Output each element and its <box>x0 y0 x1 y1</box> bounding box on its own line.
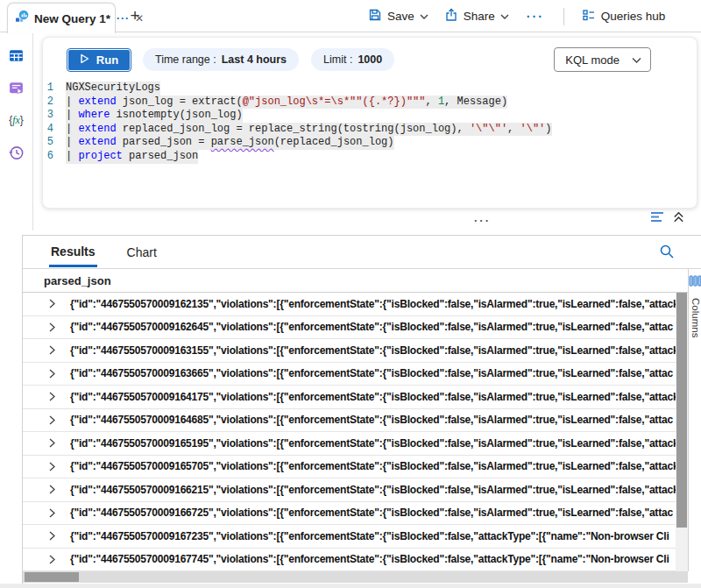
table-row[interactable]: {"id":"4467550570009165195","violations"… <box>23 432 676 456</box>
kql-mode-chevron-down-icon <box>632 53 641 67</box>
columns-panel-label: Columns <box>690 298 701 337</box>
tab-close-icon[interactable]: ✕ <box>135 12 144 25</box>
row-json-value: {"id":"4467550570009164685","violations"… <box>70 414 673 426</box>
tab-more-icon[interactable]: ··· <box>117 12 130 25</box>
code-text: | extend replaced_json_log = replace_str… <box>66 123 552 137</box>
play-icon <box>80 53 89 67</box>
expand-chevron-icon[interactable] <box>47 484 57 495</box>
code-line[interactable]: 1NGXSecurityLogs <box>43 81 690 96</box>
splitter-handle[interactable]: ··· <box>474 217 491 224</box>
expand-chevron-icon[interactable] <box>47 507 57 519</box>
expand-chevron-icon[interactable] <box>47 344 57 356</box>
results-panel: Results Chart parsed_json {"id":"4467550… <box>22 235 701 588</box>
share-label: Share <box>464 10 495 23</box>
page-bottom-edge <box>0 584 701 588</box>
share-button[interactable]: Share <box>439 4 514 28</box>
table-row[interactable]: {"id":"4467550570009162645","violations"… <box>23 316 676 340</box>
table-row[interactable]: {"id":"4467550570009164175","violations"… <box>23 386 676 409</box>
code-line[interactable]: 3| where isnotempty(json_log) <box>43 109 690 123</box>
horizontal-scrollbar[interactable] <box>23 571 688 583</box>
tab-bar: New Query 1* ··· ✕ + Save <box>0 0 701 32</box>
table-row[interactable]: {"id":"4467550570009166215","violations"… <box>23 478 676 502</box>
table-row[interactable]: {"id":"4467550570009167235","violations"… <box>23 525 676 549</box>
adx-query-icon <box>15 10 29 27</box>
collapse-editor-icon[interactable] <box>672 210 685 227</box>
code-text: | where isnotempty(json_log) <box>66 109 243 123</box>
row-json-value: {"id":"4467550570009167745","violations"… <box>70 553 669 565</box>
table-row[interactable]: {"id":"4467550570009162135","violations"… <box>23 293 676 316</box>
code-text: | extend parsed_json = parse_json(replac… <box>66 136 394 150</box>
splitter-row: ··· <box>0 210 701 230</box>
table-row[interactable]: {"id":"4467550570009164685","violations"… <box>23 409 676 433</box>
expand-chevron-icon[interactable] <box>47 530 57 542</box>
expand-chevron-icon[interactable] <box>47 298 57 309</box>
code-line[interactable]: 6| project parsed_json <box>43 150 690 164</box>
save-chevron-down-icon <box>420 10 428 23</box>
code-line[interactable]: 5| extend parsed_json = parse_json(repla… <box>43 136 690 150</box>
tab-chart[interactable]: Chart <box>127 245 157 259</box>
table-row[interactable]: {"id":"4467550570009166725","violations"… <box>23 502 676 526</box>
time-range-pill[interactable]: Time range : Last 4 hours <box>143 48 299 71</box>
expand-chevron-icon[interactable] <box>47 461 57 472</box>
expand-chevron-icon[interactable] <box>47 322 57 333</box>
queries-hub-icon <box>582 8 596 25</box>
tab-results[interactable]: Results <box>49 237 97 267</box>
table-row[interactable]: {"id":"4467550570009163155","violations"… <box>23 339 676 363</box>
code-line[interactable]: 2| extend json_log = extract(@"json_log\… <box>43 96 690 110</box>
query-panel: Run Time range : Last 4 hours Limit : 10… <box>42 37 697 209</box>
limit-label: Limit : <box>323 53 352 66</box>
column-header[interactable]: parsed_json <box>23 269 701 293</box>
share-chevron-down-icon <box>500 10 509 23</box>
queries-hub-button[interactable]: Queries hub <box>577 4 671 28</box>
code-line[interactable]: 4| extend replaced_json_log = replace_st… <box>43 123 690 137</box>
time-range-label: Time range : <box>155 53 216 66</box>
queries-hub-label: Queries hub <box>601 10 666 23</box>
row-json-value: {"id":"4467550570009162645","violations"… <box>70 321 673 333</box>
row-json-value: {"id":"4467550570009166215","violations"… <box>70 484 676 496</box>
table-row[interactable]: {"id":"4467550570009167745","violations"… <box>23 549 676 572</box>
save-icon <box>368 8 382 25</box>
row-json-value: {"id":"4467550570009166725","violations"… <box>70 507 673 519</box>
vertical-scrollbar[interactable] <box>676 293 688 571</box>
table-row[interactable]: {"id":"4467550570009165705","violations"… <box>23 456 676 479</box>
row-json-value: {"id":"4467550570009165195","violations"… <box>70 437 676 450</box>
row-json-value: {"id":"4467550570009167235","violations"… <box>70 530 669 542</box>
vertical-scrollbar-thumb[interactable] <box>676 293 687 528</box>
run-label: Run <box>96 53 118 67</box>
tables-icon[interactable] <box>8 46 25 64</box>
left-sidebar: {fx} <box>0 32 33 230</box>
kql-mode-select[interactable]: KQL mode <box>554 47 651 72</box>
row-json-value: {"id":"4467550570009163665","violations"… <box>70 367 673 379</box>
expand-chevron-icon[interactable] <box>47 391 57 402</box>
columns-panel-toggle[interactable]: Columns <box>688 269 701 571</box>
scripts-icon[interactable] <box>8 79 25 96</box>
save-button[interactable]: Save <box>363 4 434 28</box>
search-icon[interactable] <box>659 244 675 263</box>
query-tab[interactable]: New Query 1* ··· ✕ <box>7 3 116 33</box>
code-text: NGXSecurityLogs <box>66 81 160 96</box>
horizontal-scrollbar-thumb[interactable] <box>25 572 79 582</box>
query-editor[interactable]: 1NGXSecurityLogs2| extend json_log = ext… <box>43 81 690 201</box>
expand-chevron-icon[interactable] <box>47 437 57 449</box>
expand-chevron-icon[interactable] <box>47 554 57 565</box>
tab-title: New Query 1* <box>34 12 110 25</box>
kql-mode-value: KQL mode <box>565 53 620 67</box>
actions-divider <box>563 8 564 25</box>
table-row[interactable]: {"id":"4467550570009163665","violations"… <box>23 363 676 386</box>
run-button[interactable]: Run <box>67 49 131 71</box>
expand-chevron-icon[interactable] <box>47 368 57 379</box>
functions-icon[interactable]: {fx} <box>8 111 25 129</box>
line-number: 3 <box>43 109 66 123</box>
limit-pill[interactable]: Limit : 1000 <box>311 48 394 71</box>
more-options-button[interactable]: ··· <box>520 10 551 24</box>
row-json-value: {"id":"4467550570009163155","violations"… <box>70 344 676 357</box>
columns-icon <box>689 274 701 291</box>
row-json-value: {"id":"4467550570009162135","violations"… <box>70 298 676 310</box>
history-icon[interactable] <box>8 144 25 161</box>
results-tabs: Results Chart <box>23 236 701 269</box>
top-actions: Save Share ··· <box>363 0 670 32</box>
expand-chevron-icon[interactable] <box>47 414 57 426</box>
time-range-value: Last 4 hours <box>222 53 287 66</box>
format-query-icon[interactable] <box>650 210 665 227</box>
code-lines: 1NGXSecurityLogs2| extend json_log = ext… <box>43 81 690 164</box>
